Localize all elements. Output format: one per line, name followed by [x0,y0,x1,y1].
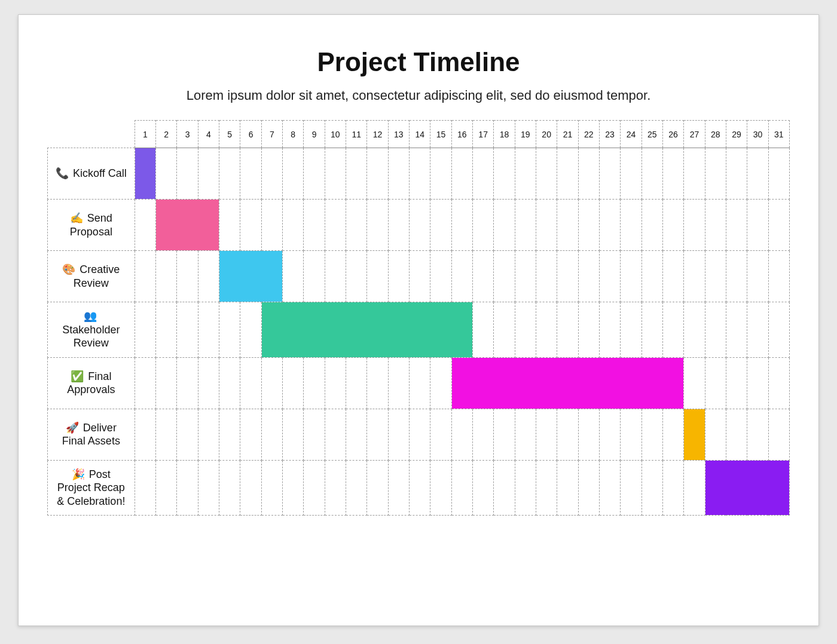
gantt-empty-cell [135,409,155,460]
gantt-empty-cell [642,302,662,358]
gantt-empty-cell [536,409,557,460]
gantt-empty-cell [451,251,472,302]
gantt-corner-cell [48,121,135,148]
gantt-empty-cell [726,357,747,409]
gantt-bar[interactable] [684,409,705,460]
gantt-day-header: 10 [325,121,346,148]
gantt-day-header: 30 [747,121,768,148]
gantt-empty-cell [684,357,705,409]
gantt-empty-cell [283,460,304,516]
gantt-empty-cell [135,357,155,409]
gantt-empty-cell [346,200,367,251]
gantt-empty-cell [557,409,578,460]
gantt-empty-cell [367,460,388,516]
gantt-bar[interactable] [219,251,283,302]
gantt-day-header: 25 [642,121,662,148]
gantt-day-header: 20 [536,121,557,148]
gantt-empty-cell [219,409,240,460]
gantt-row: ✅ Final Approvals [48,357,790,409]
gantt-empty-cell [684,148,705,200]
gantt-empty-cell [388,460,409,516]
gantt-empty-cell [515,302,536,358]
gantt-empty-cell [705,251,726,302]
gantt-empty-cell [346,357,367,409]
gantt-empty-cell [346,460,367,516]
gantt-empty-cell [494,460,515,516]
gantt-empty-cell [219,302,240,358]
gantt-bar[interactable] [451,357,684,409]
gantt-empty-cell [515,460,536,516]
gantt-day-header: 8 [283,121,304,148]
gantt-day-header: 18 [494,121,515,148]
gantt-empty-cell [240,460,261,516]
gantt-empty-cell [135,302,155,358]
gantt-empty-cell [494,200,515,251]
gantt-empty-cell [304,409,325,460]
gantt-empty-cell [642,148,662,200]
gantt-bar-fill [262,302,472,357]
gantt-chart: 1234567891011121314151617181920212223242… [47,120,790,516]
gantt-empty-cell [621,460,642,516]
gantt-empty-cell [557,148,578,200]
gantt-empty-cell [367,200,388,251]
gantt-bar[interactable] [135,148,155,200]
gantt-empty-cell [346,409,367,460]
gantt-empty-cell [557,200,578,251]
gantt-empty-cell [472,148,493,200]
gantt-empty-cell [304,357,325,409]
gantt-empty-cell [599,302,620,358]
gantt-empty-cell [536,148,557,200]
gantt-empty-cell [325,409,346,460]
gantt-empty-cell [515,200,536,251]
gantt-empty-cell [198,357,219,409]
gantt-empty-cell [410,148,430,200]
task-label-text: Post Project Recap & Celebration! [57,468,125,507]
gantt-empty-cell [705,200,726,251]
gantt-empty-cell [726,409,747,460]
gantt-bar[interactable] [705,460,789,516]
gantt-empty-cell [726,148,747,200]
gantt-empty-cell [494,251,515,302]
gantt-empty-cell [240,148,261,200]
gantt-empty-cell [135,460,155,516]
gantt-day-header: 2 [156,121,177,148]
gantt-day-header: 14 [410,121,430,148]
gantt-empty-cell [261,460,282,516]
gantt-bar-fill [219,251,282,302]
gantt-empty-cell [346,251,367,302]
gantt-bar-fill [135,148,155,199]
gantt-empty-cell [621,200,642,251]
gantt-day-header: 11 [346,121,367,148]
gantt-bar-fill [452,358,684,409]
gantt-task-label: ✍️ Send Proposal [48,200,135,251]
gantt-empty-cell [642,200,662,251]
gantt-row: 🎨 Creative Review [48,251,790,302]
app-canvas: Project Timeline Lorem ipsum dolor sit a… [0,0,837,644]
gantt-empty-cell [684,460,705,516]
gantt-empty-cell [621,302,642,358]
gantt-empty-cell [768,302,789,358]
gantt-empty-cell [219,460,240,516]
gantt-empty-cell [325,251,346,302]
gantt-empty-cell [472,409,493,460]
gantt-empty-cell [325,357,346,409]
gantt-day-header: 15 [430,121,451,148]
gantt-task-label: 🚀 Deliver Final Assets [48,409,135,460]
gantt-day-header: 1 [135,121,155,148]
gantt-bar[interactable] [156,200,219,251]
slide[interactable]: Project Timeline Lorem ipsum dolor sit a… [18,14,819,626]
gantt-empty-cell [726,302,747,358]
gantt-empty-cell [388,409,409,460]
gantt-empty-cell [219,357,240,409]
gantt-empty-cell [261,409,282,460]
gantt-empty-cell [494,148,515,200]
gantt-day-header: 24 [621,121,642,148]
gantt-day-header: 31 [768,121,789,148]
gantt-bar[interactable] [261,302,472,358]
gantt-empty-cell [410,460,430,516]
gantt-row: 👥 Stakeholder Review [48,302,790,358]
gantt-empty-cell [240,200,261,251]
gantt-empty-cell [240,357,261,409]
gantt-empty-cell [557,302,578,358]
gantt-empty-cell [156,460,177,516]
